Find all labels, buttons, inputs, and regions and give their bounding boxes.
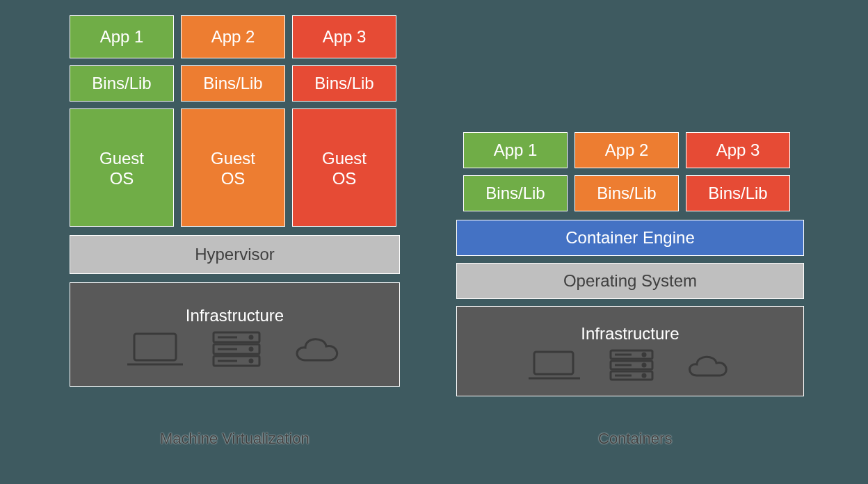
vm-stack: App 1 App 2 App 3 Bins/Lib Bins/Lib Bins… bbox=[70, 15, 403, 387]
vm-infra-icons bbox=[124, 330, 346, 369]
vm-guest-3: GuestOS bbox=[292, 108, 396, 227]
cloud-icon bbox=[287, 330, 346, 369]
vm-infrastructure-label: Infrastructure bbox=[186, 306, 284, 326]
ct-bins-1: Bins/Lib bbox=[463, 175, 568, 211]
vm-app-1: App 1 bbox=[70, 15, 174, 58]
svg-point-15 bbox=[643, 353, 645, 356]
hypervisor-layer: Hypervisor bbox=[70, 235, 400, 274]
vm-app-row: App 1 App 2 App 3 bbox=[70, 15, 403, 58]
ct-bins-3: Bins/Lib bbox=[686, 175, 790, 211]
svg-point-18 bbox=[643, 364, 645, 366]
laptop-icon bbox=[124, 330, 186, 369]
operating-system-layer: Operating System bbox=[456, 263, 804, 299]
vm-bins-1: Bins/Lib bbox=[70, 65, 174, 102]
vm-app-2: App 2 bbox=[181, 15, 285, 58]
vm-app-3: App 3 bbox=[292, 15, 396, 58]
vm-bins-row: Bins/Lib Bins/Lib Bins/Lib bbox=[70, 65, 403, 102]
server-icon bbox=[606, 348, 657, 382]
server-icon bbox=[209, 330, 264, 369]
vm-guest-row: GuestOS GuestOS GuestOS bbox=[70, 108, 403, 227]
ct-infrastructure-label: Infrastructure bbox=[581, 324, 679, 344]
cloud-icon bbox=[680, 348, 734, 382]
ct-bins-row: Bins/Lib Bins/Lib Bins/Lib bbox=[456, 175, 804, 211]
vm-infrastructure-layer: Infrastructure bbox=[70, 282, 400, 387]
vm-bins-3: Bins/Lib bbox=[292, 65, 396, 102]
vm-guest-1: GuestOS bbox=[70, 108, 174, 227]
ct-caption: Containers bbox=[598, 430, 672, 448]
svg-point-21 bbox=[643, 374, 645, 377]
ct-infra-icons bbox=[526, 348, 734, 382]
ct-app-1: App 1 bbox=[463, 132, 568, 168]
ct-app-3: App 3 bbox=[686, 132, 790, 168]
svg-point-7 bbox=[250, 348, 252, 350]
vm-bins-2: Bins/Lib bbox=[181, 65, 285, 102]
ct-bins-2: Bins/Lib bbox=[574, 175, 679, 211]
ct-infrastructure-layer: Infrastructure bbox=[456, 306, 804, 396]
ct-app-2: App 2 bbox=[574, 132, 679, 168]
container-engine-layer: Container Engine bbox=[456, 220, 804, 256]
ct-app-row: App 1 App 2 App 3 bbox=[456, 132, 804, 168]
vm-caption: Machine Virtualization bbox=[160, 430, 310, 448]
svg-rect-11 bbox=[534, 352, 573, 374]
svg-rect-0 bbox=[134, 334, 176, 360]
vm-guest-2: GuestOS bbox=[181, 108, 285, 227]
laptop-icon bbox=[526, 348, 583, 382]
svg-point-10 bbox=[250, 360, 252, 362]
container-stack: App 1 App 2 App 3 Bins/Lib Bins/Lib Bins… bbox=[456, 132, 804, 396]
svg-point-4 bbox=[250, 336, 252, 339]
